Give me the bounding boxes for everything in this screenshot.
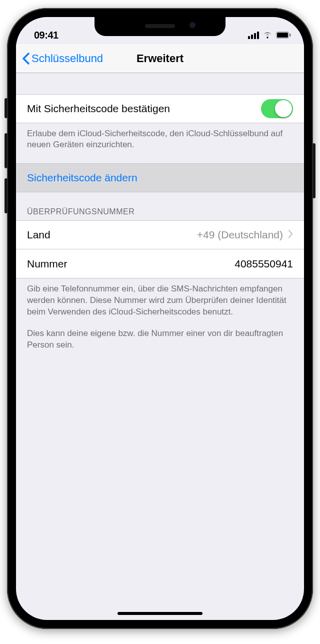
battery-icon — [276, 32, 291, 39]
verification-number-header: ÜBERPRÜFUNGSNUMMER — [16, 192, 304, 220]
status-time: 09:41 — [16, 30, 58, 41]
country-label: Land — [27, 229, 50, 241]
country-value: +49 (Deutschland) — [197, 229, 283, 241]
svg-rect-2 — [290, 34, 291, 37]
notch — [94, 17, 226, 36]
chevron-left-icon — [22, 53, 30, 65]
number-value: 4085550941 — [234, 258, 293, 270]
nav-bar: Schlüsselbund Erweitert — [16, 44, 304, 73]
svg-rect-1 — [277, 33, 288, 38]
home-indicator[interactable] — [118, 612, 202, 615]
security-code-toggle-cell[interactable]: Mit Sicherheitscode bestätigen — [16, 94, 304, 123]
status-icons — [248, 31, 304, 39]
verification-footer-para2: Dies kann deine eigene bzw. die Nummer e… — [27, 328, 293, 351]
number-cell[interactable]: Nummer 4085550941 — [16, 249, 304, 278]
cellular-icon — [248, 32, 259, 39]
toggle-switch[interactable] — [261, 99, 293, 118]
mute-switch — [4, 98, 8, 118]
volume-up-button — [4, 133, 8, 168]
number-label: Nummer — [27, 258, 68, 270]
power-button — [312, 143, 316, 198]
change-security-code-label: Sicherheitscode ändern — [27, 172, 138, 184]
verification-footer: Gib eine Telefonnummer ein, über die SMS… — [16, 278, 304, 356]
screen: 09:41 Schlüsselbund Erweitert Mit Sich — [16, 17, 304, 620]
wifi-icon — [262, 31, 273, 39]
security-code-toggle-label: Mit Sicherheitscode bestätigen — [27, 103, 170, 115]
change-security-code-cell[interactable]: Sicherheitscode ändern — [16, 163, 304, 192]
verification-footer-para1: Gib eine Telefonnummer ein, über die SMS… — [27, 283, 293, 318]
country-cell[interactable]: Land +49 (Deutschland) — [16, 220, 304, 249]
back-button[interactable]: Schlüsselbund — [16, 52, 103, 65]
chevron-right-icon — [288, 229, 293, 241]
page-title: Erweitert — [136, 52, 184, 65]
security-code-footer: Erlaube dem iCloud-Sicherheitscode, den … — [16, 123, 304, 150]
device-frame: 09:41 Schlüsselbund Erweitert Mit Sich — [7, 8, 313, 629]
volume-down-button — [4, 178, 8, 213]
back-label: Schlüsselbund — [32, 52, 103, 65]
